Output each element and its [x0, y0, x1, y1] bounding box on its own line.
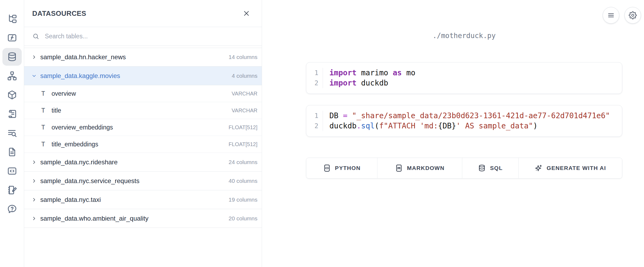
column-row[interactable]: TtitleVARCHAR — [24, 102, 262, 119]
table-columns-count: 14 columns — [229, 54, 257, 60]
gear-icon — [629, 11, 637, 19]
sidebar-item-file-explorer[interactable] — [2, 10, 22, 28]
chevron-right-icon — [31, 54, 37, 60]
text-type-icon: T — [41, 107, 48, 114]
chevron-right-icon — [31, 178, 37, 184]
table-row[interactable]: sample_data.nyc.service_requests40 colum… — [24, 172, 262, 190]
table-columns-count: 24 columns — [229, 159, 257, 165]
table-columns-count: 20 columns — [229, 215, 257, 222]
sidebar-item-documentation[interactable] — [2, 143, 22, 161]
table-columns-count: 19 columns — [229, 196, 257, 203]
notebook-area: ./motherduck.py 12import marimo as moimp… — [262, 0, 644, 267]
sidebar-item-packages[interactable] — [2, 86, 22, 104]
datasources-icon — [7, 51, 17, 62]
database-icon — [478, 164, 486, 172]
notebook-filename[interactable]: ./motherduck.py — [306, 32, 622, 40]
chevron-right-icon — [31, 216, 37, 221]
add-cell-python-button[interactable]: PYTHON — [306, 158, 377, 178]
column-name: overview_embeddings — [52, 124, 113, 131]
gear-button[interactable] — [624, 7, 641, 24]
column-row[interactable]: Ttitle_embeddingsFLOAT[512] — [24, 136, 262, 153]
column-row[interactable]: Toverview_embeddingsFLOAT[512] — [24, 119, 262, 136]
text-type-icon: T — [41, 124, 48, 131]
add-cell-sql-button[interactable]: SQL — [462, 158, 519, 178]
sidebar-rail — [0, 0, 24, 267]
add-cell-button-label: SQL — [490, 165, 503, 171]
text-type-icon: T — [41, 90, 48, 97]
logs-icon — [7, 109, 17, 119]
add-cell-toolbar: PYTHONMARKDOWNSQLGENERATE WITH AI — [306, 158, 622, 179]
table-name: sample_data.nyc.rideshare — [40, 158, 118, 166]
markdown-box-icon — [395, 164, 403, 172]
sidebar-item-help[interactable] — [2, 200, 22, 218]
sparkles-icon — [534, 164, 543, 172]
chevron-down-icon — [31, 73, 37, 79]
column-name: title_embeddings — [52, 141, 98, 148]
add-cell-button-label: GENERATE WITH AI — [547, 165, 606, 171]
datasources-panel: DATASOURCES sample_data.hn.hacker_news14… — [24, 0, 262, 267]
sidebar-item-scratchpad[interactable] — [2, 181, 22, 199]
cells-container: 12import marimo as moimport duckdb12DB =… — [306, 62, 622, 137]
table-columns-count: 4 columns — [232, 73, 257, 79]
table-row[interactable]: sample_data.who.ambient_air_quality20 co… — [24, 209, 262, 228]
close-icon — [242, 9, 250, 17]
table-row[interactable]: sample_data.nyc.taxi19 columns — [24, 190, 262, 209]
add-cell-markdown-button[interactable]: MARKDOWN — [377, 158, 462, 178]
variables-icon — [7, 32, 17, 43]
chevron-right-icon — [31, 197, 37, 203]
code-cell[interactable]: 12import marimo as moimport duckdb — [306, 62, 622, 94]
table-columns-count: 40 columns — [229, 178, 257, 184]
add-cell-button-label: MARKDOWN — [407, 165, 445, 171]
panel-title: DATASOURCES — [32, 9, 86, 18]
add-cell-button-label: PYTHON — [335, 165, 361, 171]
column-type: VARCHAR — [232, 91, 257, 97]
table-row[interactable]: sample_data.hn.hacker_news14 columns — [24, 48, 262, 66]
table-name: sample_data.kaggle.movies — [40, 72, 120, 80]
table-name: sample_data.nyc.service_requests — [40, 177, 140, 185]
column-row[interactable]: ToverviewVARCHAR — [24, 85, 262, 102]
close-panel-button[interactable] — [242, 9, 251, 18]
window-controls — [603, 7, 641, 24]
column-type: FLOAT[512] — [229, 141, 257, 147]
code-cell[interactable]: 12DB = "_share/sample_data/23b0d623-1361… — [306, 105, 622, 137]
sidebar-item-dependencies[interactable] — [2, 67, 22, 85]
sidebar-item-datasources[interactable] — [2, 48, 22, 66]
column-name: title — [52, 107, 61, 114]
packages-icon — [7, 90, 17, 100]
line-numbers: 12 — [306, 68, 323, 88]
table-name: sample_data.hn.hacker_news — [40, 53, 126, 61]
search-bar — [24, 27, 262, 46]
text-type-icon: T — [41, 141, 48, 148]
add-cell-generate-with-ai-button[interactable]: GENERATE WITH AI — [519, 158, 622, 178]
chevron-right-icon — [31, 159, 37, 165]
snippets-icon — [7, 166, 17, 176]
sidebar-item-variables[interactable] — [2, 29, 22, 47]
file-explorer-icon — [7, 13, 17, 24]
menu-icon — [607, 11, 615, 19]
search-icon — [32, 33, 39, 40]
documentation-icon — [7, 147, 17, 157]
sidebar-item-snippets[interactable] — [2, 162, 22, 180]
app-root: DATASOURCES sample_data.hn.hacker_news14… — [0, 0, 644, 267]
notebook: ./motherduck.py 12import marimo as moimp… — [306, 0, 622, 179]
table-name: sample_data.who.ambient_air_quality — [40, 215, 148, 222]
code-box-icon — [323, 164, 331, 172]
code-content: import marimo as moimport duckdb — [323, 68, 415, 88]
line-numbers: 12 — [306, 111, 323, 131]
tables-list: sample_data.hn.hacker_news14 columnssamp… — [24, 48, 262, 228]
help-icon — [7, 204, 17, 214]
menu-button[interactable] — [603, 7, 619, 24]
column-type: FLOAT[512] — [229, 124, 257, 131]
code-content: DB = "_share/sample_data/23b0d623-1361-4… — [323, 111, 610, 131]
scratchpad-icon — [7, 185, 17, 195]
table-row[interactable]: sample_data.kaggle.movies4 columns — [24, 66, 262, 85]
dependencies-icon — [7, 71, 17, 81]
table-row[interactable]: sample_data.nyc.rideshare24 columns — [24, 153, 262, 172]
table-name: sample_data.nyc.taxi — [40, 196, 101, 203]
panel-header: DATASOURCES — [24, 0, 262, 27]
search-input[interactable] — [45, 33, 254, 40]
sidebar-item-search[interactable] — [2, 124, 22, 142]
column-name: overview — [52, 90, 76, 97]
search-icon — [7, 128, 17, 138]
sidebar-item-logs[interactable] — [2, 105, 22, 123]
